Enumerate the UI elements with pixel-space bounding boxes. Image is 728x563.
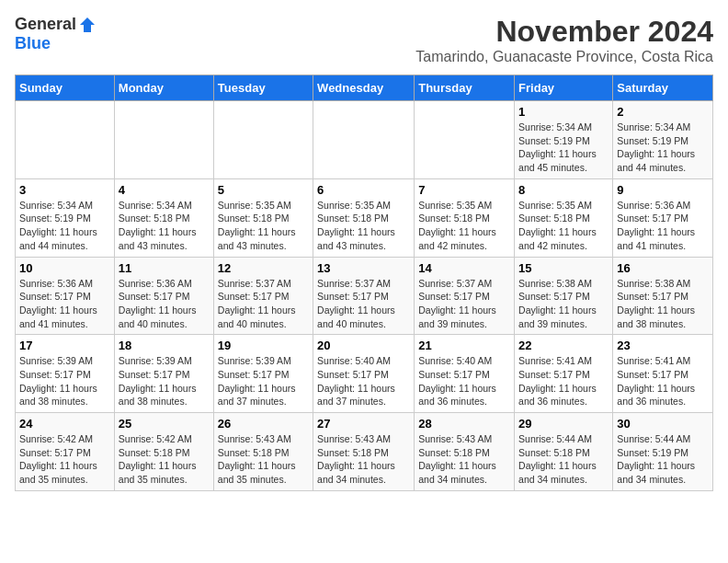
day-number: 14 xyxy=(418,261,510,275)
calendar-cell: 18Sunrise: 5:39 AM Sunset: 5:17 PM Dayli… xyxy=(114,335,213,413)
day-number: 16 xyxy=(617,261,709,275)
day-number: 21 xyxy=(418,339,510,352)
day-info: Sunrise: 5:44 AM Sunset: 5:19 PM Dayligh… xyxy=(617,432,709,487)
day-info: Sunrise: 5:43 AM Sunset: 5:18 PM Dayligh… xyxy=(317,432,410,487)
logo: General Blue xyxy=(15,15,98,53)
calendar-week-row: 10Sunrise: 5:36 AM Sunset: 5:17 PM Dayli… xyxy=(16,257,713,335)
calendar-cell: 2Sunrise: 5:34 AM Sunset: 5:19 PM Daylig… xyxy=(613,101,713,179)
logo-icon xyxy=(78,16,97,34)
day-number: 27 xyxy=(317,417,410,431)
day-number: 6 xyxy=(317,183,410,197)
day-header-friday: Friday xyxy=(515,75,613,101)
day-number: 4 xyxy=(119,183,210,197)
calendar-cell: 1Sunrise: 5:34 AM Sunset: 5:19 PM Daylig… xyxy=(515,101,613,179)
day-info: Sunrise: 5:41 AM Sunset: 5:17 PM Dayligh… xyxy=(518,354,609,408)
calendar-cell: 22Sunrise: 5:41 AM Sunset: 5:17 PM Dayli… xyxy=(515,335,613,413)
calendar-cell: 11Sunrise: 5:36 AM Sunset: 5:17 PM Dayli… xyxy=(114,257,213,335)
day-number: 26 xyxy=(218,417,309,431)
calendar-cell: 19Sunrise: 5:39 AM Sunset: 5:17 PM Dayli… xyxy=(213,335,313,413)
header: General Blue November 2024 Tamarindo, Gu… xyxy=(15,15,713,65)
day-info: Sunrise: 5:39 AM Sunset: 5:17 PM Dayligh… xyxy=(119,354,210,408)
day-info: Sunrise: 5:44 AM Sunset: 5:18 PM Dayligh… xyxy=(518,432,609,487)
month-title: November 2024 xyxy=(415,15,713,49)
title-section: November 2024 Tamarindo, Guanacaste Prov… xyxy=(415,15,713,65)
day-info: Sunrise: 5:34 AM Sunset: 5:19 PM Dayligh… xyxy=(518,121,609,175)
day-number: 29 xyxy=(518,417,609,431)
day-header-tuesday: Tuesday xyxy=(213,75,313,101)
calendar-cell: 8Sunrise: 5:35 AM Sunset: 5:18 PM Daylig… xyxy=(515,178,613,257)
svg-marker-0 xyxy=(80,17,95,32)
calendar-cell: 10Sunrise: 5:36 AM Sunset: 5:17 PM Dayli… xyxy=(16,257,115,335)
day-info: Sunrise: 5:42 AM Sunset: 5:17 PM Dayligh… xyxy=(19,432,110,487)
day-info: Sunrise: 5:34 AM Sunset: 5:19 PM Dayligh… xyxy=(617,121,709,175)
calendar-cell: 13Sunrise: 5:37 AM Sunset: 5:17 PM Dayli… xyxy=(313,257,415,335)
calendar-week-row: 24Sunrise: 5:42 AM Sunset: 5:17 PM Dayli… xyxy=(16,413,713,491)
calendar-cell: 17Sunrise: 5:39 AM Sunset: 5:17 PM Dayli… xyxy=(16,335,115,413)
day-header-thursday: Thursday xyxy=(415,75,515,101)
calendar-table: SundayMondayTuesdayWednesdayThursdayFrid… xyxy=(15,75,713,491)
day-number: 30 xyxy=(617,417,709,431)
calendar-cell: 6Sunrise: 5:35 AM Sunset: 5:18 PM Daylig… xyxy=(313,178,415,257)
day-number: 17 xyxy=(19,339,110,352)
day-info: Sunrise: 5:41 AM Sunset: 5:17 PM Dayligh… xyxy=(617,354,709,408)
day-info: Sunrise: 5:40 AM Sunset: 5:17 PM Dayligh… xyxy=(317,354,410,408)
day-number: 1 xyxy=(518,105,609,119)
day-number: 11 xyxy=(119,261,210,275)
day-info: Sunrise: 5:38 AM Sunset: 5:17 PM Dayligh… xyxy=(617,277,709,331)
calendar-body: 1Sunrise: 5:34 AM Sunset: 5:19 PM Daylig… xyxy=(16,101,713,491)
calendar-cell: 4Sunrise: 5:34 AM Sunset: 5:18 PM Daylig… xyxy=(114,178,213,257)
day-number: 28 xyxy=(418,417,510,431)
calendar-cell: 29Sunrise: 5:44 AM Sunset: 5:18 PM Dayli… xyxy=(515,413,613,491)
day-number: 24 xyxy=(19,417,110,431)
day-number: 10 xyxy=(19,261,110,275)
calendar-cell xyxy=(114,101,213,179)
logo-general-text: General xyxy=(15,15,76,34)
day-info: Sunrise: 5:35 AM Sunset: 5:18 PM Dayligh… xyxy=(218,199,309,253)
day-header-saturday: Saturday xyxy=(613,75,713,101)
location-title: Tamarindo, Guanacaste Province, Costa Ri… xyxy=(415,49,713,65)
calendar-cell: 7Sunrise: 5:35 AM Sunset: 5:18 PM Daylig… xyxy=(415,178,515,257)
day-info: Sunrise: 5:36 AM Sunset: 5:17 PM Dayligh… xyxy=(119,277,210,331)
day-number: 3 xyxy=(19,183,110,197)
day-info: Sunrise: 5:37 AM Sunset: 5:17 PM Dayligh… xyxy=(218,277,309,331)
calendar-cell: 23Sunrise: 5:41 AM Sunset: 5:17 PM Dayli… xyxy=(613,335,713,413)
day-info: Sunrise: 5:43 AM Sunset: 5:18 PM Dayligh… xyxy=(218,432,309,487)
day-info: Sunrise: 5:37 AM Sunset: 5:17 PM Dayligh… xyxy=(317,277,410,331)
calendar-cell: 9Sunrise: 5:36 AM Sunset: 5:17 PM Daylig… xyxy=(613,178,713,257)
logo-blue-text: Blue xyxy=(15,34,51,52)
calendar-cell: 15Sunrise: 5:38 AM Sunset: 5:17 PM Dayli… xyxy=(515,257,613,335)
calendar-cell xyxy=(415,101,515,179)
calendar-cell: 20Sunrise: 5:40 AM Sunset: 5:17 PM Dayli… xyxy=(313,335,415,413)
day-info: Sunrise: 5:35 AM Sunset: 5:18 PM Dayligh… xyxy=(418,199,510,253)
calendar-cell: 24Sunrise: 5:42 AM Sunset: 5:17 PM Dayli… xyxy=(16,413,115,491)
calendar-cell xyxy=(213,101,313,179)
day-info: Sunrise: 5:39 AM Sunset: 5:17 PM Dayligh… xyxy=(218,354,309,408)
calendar-cell: 21Sunrise: 5:40 AM Sunset: 5:17 PM Dayli… xyxy=(415,335,515,413)
day-number: 25 xyxy=(119,417,210,431)
day-number: 15 xyxy=(518,261,609,275)
day-info: Sunrise: 5:34 AM Sunset: 5:18 PM Dayligh… xyxy=(119,199,210,253)
day-info: Sunrise: 5:42 AM Sunset: 5:18 PM Dayligh… xyxy=(119,432,210,487)
day-number: 22 xyxy=(518,339,609,352)
day-info: Sunrise: 5:39 AM Sunset: 5:17 PM Dayligh… xyxy=(19,354,110,408)
day-info: Sunrise: 5:38 AM Sunset: 5:17 PM Dayligh… xyxy=(518,277,609,331)
day-number: 12 xyxy=(218,261,309,275)
calendar-cell: 28Sunrise: 5:43 AM Sunset: 5:18 PM Dayli… xyxy=(415,413,515,491)
day-info: Sunrise: 5:36 AM Sunset: 5:17 PM Dayligh… xyxy=(617,199,709,253)
calendar-header-row: SundayMondayTuesdayWednesdayThursdayFrid… xyxy=(16,75,713,101)
calendar-week-row: 3Sunrise: 5:34 AM Sunset: 5:19 PM Daylig… xyxy=(16,178,713,257)
calendar-cell xyxy=(16,101,115,179)
day-info: Sunrise: 5:35 AM Sunset: 5:18 PM Dayligh… xyxy=(518,199,609,253)
day-info: Sunrise: 5:40 AM Sunset: 5:17 PM Dayligh… xyxy=(418,354,510,408)
day-number: 2 xyxy=(617,105,709,119)
day-header-wednesday: Wednesday xyxy=(313,75,415,101)
day-info: Sunrise: 5:36 AM Sunset: 5:17 PM Dayligh… xyxy=(19,277,110,331)
day-number: 23 xyxy=(617,339,709,352)
day-number: 18 xyxy=(119,339,210,352)
calendar-cell: 26Sunrise: 5:43 AM Sunset: 5:18 PM Dayli… xyxy=(213,413,313,491)
calendar-cell: 14Sunrise: 5:37 AM Sunset: 5:17 PM Dayli… xyxy=(415,257,515,335)
day-info: Sunrise: 5:37 AM Sunset: 5:17 PM Dayligh… xyxy=(418,277,510,331)
calendar-cell: 3Sunrise: 5:34 AM Sunset: 5:19 PM Daylig… xyxy=(16,178,115,257)
calendar-week-row: 1Sunrise: 5:34 AM Sunset: 5:19 PM Daylig… xyxy=(16,101,713,179)
day-header-sunday: Sunday xyxy=(16,75,115,101)
